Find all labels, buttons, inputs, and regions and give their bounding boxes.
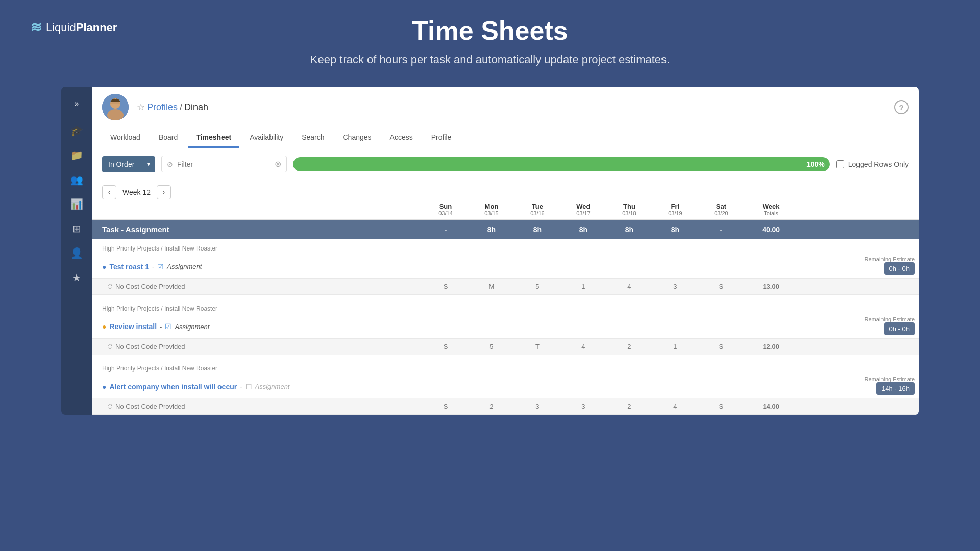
cc1-tue[interactable]: 5 — [514, 279, 560, 295]
summary-label: Task - Assignment — [92, 220, 423, 239]
timesheet-table: Sun03/14 Mon03/15 Tue03/16 Wed03/17 Thu0… — [92, 199, 919, 415]
breadcrumb: ☆ Profiles / Dinah — [137, 102, 208, 113]
logo: ≋ LiquidPlanner — [31, 19, 117, 35]
task-2-assignment: Assignment — [175, 323, 209, 331]
timesheet-table-wrap: ‹ Week 12 › Sun03/14 Mon03/15 Tue03/16 W… — [92, 180, 919, 415]
tab-access[interactable]: Access — [382, 128, 421, 148]
cc3-tue[interactable]: 3 — [514, 398, 560, 415]
task-3-check-icon: ☐ — [246, 383, 252, 391]
breadcrumb-profiles-link[interactable]: Profiles — [147, 102, 178, 113]
logged-rows-only-checkbox[interactable]: Logged Rows Only — [836, 160, 909, 168]
cost-code-row-2: ⏱No Cost Code Provided S 5 T 4 2 1 S 12.… — [92, 338, 919, 355]
task-2-link[interactable]: Review install — [109, 322, 157, 331]
task-1-link[interactable]: Test roast 1 — [109, 263, 149, 271]
cc1-fri[interactable]: 3 — [652, 279, 698, 295]
sidebar-icon-profile[interactable]: 👤 — [66, 243, 87, 263]
task-path-1: High Priority Projects / Install New Roa… — [92, 239, 919, 253]
help-button[interactable]: ? — [894, 100, 909, 114]
task-path-row-1: High Priority Projects / Install New Roa… — [92, 239, 919, 253]
cc2-sat: S — [698, 338, 744, 355]
sidebar-icon-grid[interactable]: ⊞ — [66, 218, 87, 239]
task-3-remaining-label: Remaining Estimate 14h - 16h — [798, 373, 919, 398]
cost-code-row-1: ⏱No Cost Code Provided S M 5 1 4 3 S 13.… — [92, 279, 919, 295]
cc2-total: 12.00 — [744, 338, 798, 355]
cost-code-icon-3: ⏱ — [107, 403, 113, 410]
task-2-circle-icon: ● — [102, 322, 106, 331]
task-name-cell-1: ● Test roast 1 - ☑ Assignment — [92, 253, 423, 279]
cc1-sun: S — [423, 279, 469, 295]
order-select[interactable]: In Order By Priority By Date — [102, 156, 155, 172]
tab-changes[interactable]: Changes — [335, 128, 380, 148]
favorite-star-icon[interactable]: ☆ — [137, 102, 145, 113]
cc3-fri[interactable]: 4 — [652, 398, 698, 415]
col-header-total: WeekTotals — [744, 199, 798, 220]
filter-icon: ⊘ — [167, 160, 173, 168]
task-row-1: ● Test roast 1 - ☑ Assignment Remaining … — [92, 253, 919, 279]
tab-workload[interactable]: Workload — [102, 128, 149, 148]
sidebar-collapse-button[interactable]: » — [70, 95, 83, 112]
logo-waves-icon: ≋ — [31, 19, 42, 35]
cc3-sun: S — [423, 398, 469, 415]
progress-bar: 100% — [293, 157, 830, 171]
task-3-link[interactable]: Alert company when install will occur — [109, 383, 237, 391]
col-header-sun: Sun03/14 — [423, 199, 469, 220]
tab-availability[interactable]: Availability — [241, 128, 291, 148]
sidebar-icon-analytics[interactable]: 📊 — [66, 194, 87, 214]
tab-search[interactable]: Search — [293, 128, 332, 148]
cc3-sat: S — [698, 398, 744, 415]
col-header-task — [92, 199, 423, 220]
cost-code-1: ⏱No Cost Code Provided — [92, 279, 423, 295]
cc1-mon: M — [469, 279, 514, 295]
task-name-cell-2: ● Review install - ☑ Assignment — [92, 313, 423, 339]
cc3-thu[interactable]: 2 — [606, 398, 652, 415]
filter-clear-button[interactable]: ⊗ — [275, 159, 281, 169]
logo-text: LiquidPlanner — [46, 21, 117, 34]
cc2-fri[interactable]: 1 — [652, 338, 698, 355]
tab-profile[interactable]: Profile — [423, 128, 460, 148]
cc2-sun: S — [423, 338, 469, 355]
task-3-dash: - — [240, 383, 242, 390]
sidebar-icon-folders[interactable]: 📁 — [66, 145, 87, 165]
cc2-thu[interactable]: 2 — [606, 338, 652, 355]
filter-input[interactable] — [177, 160, 266, 168]
task-1-remaining-badge: 0h - 0h — [884, 262, 915, 275]
col-header-wed: Wed03/17 — [560, 199, 606, 220]
cc3-total: 14.00 — [744, 398, 798, 415]
cost-code-icon-1: ⏱ — [107, 283, 113, 290]
summary-thu: 8h — [606, 220, 652, 239]
task-1-check-icon: ☑ — [157, 263, 164, 271]
cc2-wed[interactable]: 4 — [560, 338, 606, 355]
cc2-mon[interactable]: 5 — [469, 338, 514, 355]
sidebar-icon-learning[interactable]: 🎓 — [66, 120, 87, 141]
cc2-tue: T — [514, 338, 560, 355]
tabs-bar: Workload Board Timesheet Availability Se… — [92, 128, 919, 148]
summary-remaining — [798, 220, 919, 239]
cc1-sat: S — [698, 279, 744, 295]
cc1-total: 13.00 — [744, 279, 798, 295]
cc1-thu[interactable]: 4 — [606, 279, 652, 295]
cc1-wed[interactable]: 1 — [560, 279, 606, 295]
filter-box: ⊘ ⊗ — [161, 156, 287, 172]
week-prev-button[interactable]: ‹ — [102, 185, 116, 199]
cost-code-3: ⏱No Cost Code Provided — [92, 398, 423, 415]
spacer-1 — [92, 295, 919, 299]
task-row-2: ● Review install - ☑ Assignment Remainin… — [92, 313, 919, 339]
spacer-2 — [92, 355, 919, 359]
task-row-3: ● Alert company when install will occur … — [92, 373, 919, 398]
task-path-row-3: High Priority Projects / Install New Roa… — [92, 359, 919, 373]
tab-board[interactable]: Board — [151, 128, 186, 148]
cc3-mon[interactable]: 2 — [469, 398, 514, 415]
logged-rows-checkbox-input[interactable] — [836, 160, 844, 168]
avatar — [102, 94, 129, 120]
sidebar-icon-favorites[interactable]: ★ — [66, 267, 87, 288]
task-2-check-icon: ☑ — [165, 322, 172, 331]
summary-wed: 8h — [560, 220, 606, 239]
hero-section: ≋ LiquidPlanner Time Sheets Keep track o… — [0, 0, 980, 77]
summary-sun: - — [423, 220, 469, 239]
tab-timesheet[interactable]: Timesheet — [188, 128, 239, 148]
week-next-button[interactable]: › — [157, 185, 171, 199]
cc3-wed[interactable]: 3 — [560, 398, 606, 415]
sidebar-icon-people[interactable]: 👥 — [66, 169, 87, 190]
summary-row: Task - Assignment - 8h 8h 8h 8h 8h - 40.… — [92, 220, 919, 239]
task-1-circle-icon: ● — [102, 263, 106, 271]
